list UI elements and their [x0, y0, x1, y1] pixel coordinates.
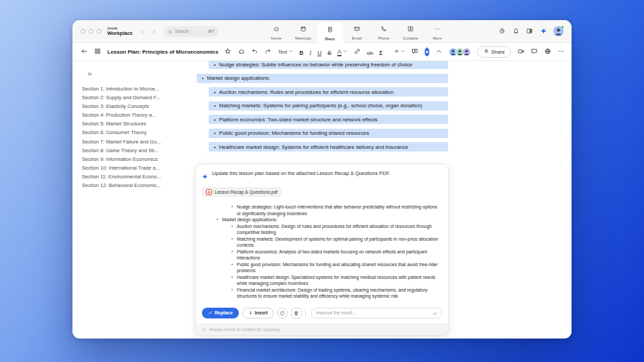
window-close-button[interactable] [80, 29, 85, 34]
outline-item[interactable]: Section 9: Information Economics [82, 155, 187, 164]
highlighted-line[interactable]: •Market design applications: [197, 74, 448, 83]
ai-prompt-text: Update this lesson plan based on the att… [212, 170, 390, 177]
highlighted-line[interactable]: •Public good provision: Mechanisms for f… [209, 129, 448, 138]
outline-item[interactable]: Section 8: Game Theory and Str... [82, 146, 187, 155]
regenerate-button[interactable] [277, 308, 288, 318]
outline-item[interactable]: Section 1: Introduction to Microe... [82, 84, 187, 93]
ai-result-line: •Market design applications: [217, 217, 439, 223]
dots-icon [434, 23, 441, 35]
zoom-workplace-logo: zoom Workplace [107, 27, 133, 36]
replace-button[interactable]: Replace [202, 308, 239, 318]
outline-item[interactable]: Section 10: International Trade a... [82, 164, 187, 172]
check-icon [208, 310, 213, 316]
nav-tab-email[interactable]: Email [343, 20, 370, 43]
notifications-bell-icon[interactable] [513, 25, 520, 38]
ai-result-line: •Nudge strategies: Light-touch intervent… [231, 204, 439, 217]
pdf-attachment-chip[interactable]: A Lesson Recap & Questions.pdf [202, 187, 282, 197]
highlighted-line[interactable]: •Platform economics: Two-sided market st… [209, 115, 448, 124]
bullet: • [231, 249, 237, 261]
collaborator-avatars [449, 48, 471, 56]
highlighted-line[interactable]: •Healthcare market design: Systems for e… [209, 142, 448, 152]
highlighted-line[interactable]: •Matching markets: Systems for pairing p… [209, 101, 448, 111]
app-body: Section 1: Introduction to Microe...Sect… [72, 61, 572, 338]
nav-tab-home[interactable]: Home [263, 20, 290, 43]
bullet: • [214, 62, 215, 67]
bullet: • [231, 261, 237, 274]
insert-button[interactable]: Insert [242, 308, 274, 318]
bullet: • [214, 90, 215, 95]
highlighted-line[interactable]: •Auction mechanisms: Rules and procedure… [209, 87, 448, 97]
search-input[interactable] [175, 29, 202, 34]
collapse-toolbar-icon[interactable] [435, 46, 443, 58]
underline-icon[interactable]: U [317, 46, 321, 58]
docs-home-icon[interactable] [94, 46, 101, 58]
highlighted-line[interactable]: •Nudge strategies: Subtle influences on … [209, 61, 448, 69]
ai-disclaimer: Always check AI content for accuracy. [196, 324, 448, 335]
discard-button[interactable] [291, 308, 302, 318]
ai-companion-icon[interactable] [540, 25, 547, 38]
outline-item[interactable]: Section 4: Production Theory a... [82, 111, 187, 119]
strikethrough-icon[interactable]: S [327, 46, 331, 58]
outline-item[interactable]: Section 2: Supply and Demand F... [82, 93, 187, 102]
add-comment-icon[interactable] [411, 46, 419, 58]
search-shortcut: ⌘F [208, 29, 215, 34]
list-icon [394, 49, 399, 55]
ai-result-line: •Matching markets: Development of system… [231, 236, 439, 249]
collaborator-avatar[interactable] [462, 48, 471, 56]
outline-item[interactable]: Section 3: Elasticity Concepts [82, 102, 187, 111]
list-dropdown[interactable] [394, 49, 405, 55]
nav-forward-icon[interactable] [151, 25, 157, 38]
improve-input-wrap[interactable] [311, 308, 442, 318]
nav-tab-more[interactable]: More [424, 20, 451, 43]
outline-item[interactable]: Section 7: Market Failure and Go... [82, 137, 187, 146]
chevron-down-icon [343, 49, 347, 55]
ai-assistant-button[interactable] [425, 48, 429, 56]
globe-icon[interactable] [544, 46, 551, 58]
history-icon[interactable] [498, 25, 506, 38]
outline-item[interactable]: Section 5: Market Structures [82, 119, 187, 128]
doc-title: Lesson Plan: Principles of Microeconomic… [107, 49, 218, 55]
outline-item[interactable]: Section 6: Consumer Theory [82, 128, 187, 137]
doc-content: •Nudge strategies: Subtle influences on … [191, 61, 572, 338]
text-color-dropdown[interactable]: A [337, 49, 347, 55]
attachment-name: Lesson Recap & Questions.pdf [215, 190, 278, 194]
redo-icon[interactable] [264, 46, 272, 58]
submit-arrow-icon[interactable] [432, 307, 437, 319]
ai-actions: Replace Insert [196, 305, 448, 324]
favorite-star-icon[interactable] [224, 46, 231, 58]
nav-tab-phone[interactable]: Phone [370, 20, 397, 43]
nav-tab-meetings[interactable]: Meetings [290, 20, 317, 43]
outline-item[interactable]: Section 12: Behavioral Economic... [82, 181, 187, 190]
code-icon[interactable]: </> [367, 46, 373, 58]
back-icon[interactable] [80, 46, 88, 58]
desktop: { "app": { "brand": { "top": "zoom", "bo… [0, 0, 644, 362]
outline-item[interactable]: Section 11: Environmental Econo... [82, 172, 187, 181]
nav-tab-docs[interactable]: Docs [317, 22, 343, 43]
bullet: • [202, 76, 203, 80]
italic-icon[interactable]: I [309, 46, 311, 58]
video-camera-icon[interactable] [517, 46, 525, 58]
more-options-icon[interactable] [557, 46, 565, 58]
ai-result-line: •Financial market architecture: Design o… [231, 287, 439, 300]
global-search[interactable]: ⌘F [164, 26, 219, 37]
status-dot [561, 25, 564, 29]
undo-icon[interactable] [251, 46, 258, 58]
improve-input[interactable] [316, 310, 429, 315]
window-zoom-button[interactable] [97, 29, 101, 34]
ai-companion-panel: Update this lesson plan based on the att… [195, 164, 449, 336]
collapse-outline-icon[interactable] [87, 68, 187, 80]
chat-icon[interactable] [531, 46, 538, 58]
link-icon[interactable] [354, 46, 361, 58]
bold-icon[interactable]: B [299, 46, 303, 58]
nav-tab-contacts[interactable]: Contacts [397, 20, 424, 43]
titlebar: zoom Workplace ⌘F HomeMeetingsDocsEmailP… [72, 20, 572, 43]
text-style-dropdown[interactable]: Text [278, 49, 293, 55]
share-button[interactable]: Share [477, 46, 511, 58]
formula-sigma-icon[interactable]: Σ [379, 46, 382, 58]
window-minimize-button[interactable] [89, 29, 93, 34]
user-avatar[interactable] [553, 26, 564, 36]
nav-back-icon[interactable] [140, 25, 146, 38]
text-color-icon: A [337, 49, 341, 55]
bullet: • [217, 217, 222, 223]
side-panel-toggle-icon[interactable] [526, 25, 533, 38]
